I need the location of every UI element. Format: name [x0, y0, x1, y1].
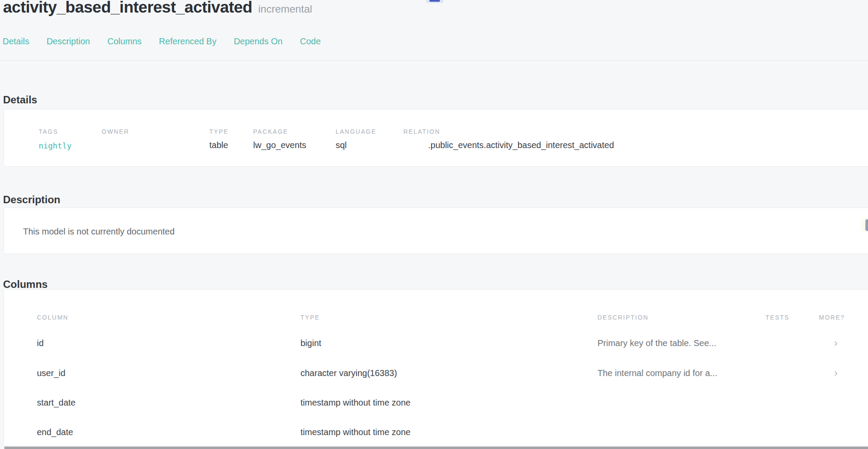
table-row-user-id[interactable]: user_id character varying(16383) The int…	[4, 368, 868, 381]
columns-table-card: COLUMN TYPE DESCRIPTION TESTS MORE? id b…	[3, 289, 868, 449]
chevron-right-icon[interactable]: ›	[834, 337, 838, 349]
tags-value-nightly[interactable]: nightly	[39, 141, 72, 150]
tab-details[interactable]: Details	[3, 36, 29, 46]
relation-label: RELATION	[403, 128, 440, 135]
column-type-cell: bigint	[300, 338, 321, 348]
table-row-end-date[interactable]: end_date timestamp without time zone	[4, 427, 868, 440]
tab-referenced-by[interactable]: Referenced By	[159, 36, 216, 46]
column-header-description: DESCRIPTION	[597, 314, 649, 321]
column-type-cell: timestamp without time zone	[300, 427, 410, 437]
language-label: LANGUAGE	[336, 128, 376, 135]
description-placeholder-text: This model is not currently documented	[23, 227, 175, 237]
owner-label: OWNER	[102, 128, 129, 135]
details-section-heading: Details	[3, 94, 37, 106]
language-value: sql	[336, 140, 347, 150]
tab-columns[interactable]: Columns	[107, 36, 142, 46]
column-name-cell: user_id	[37, 368, 66, 378]
tab-depends-on[interactable]: Depends On	[234, 36, 282, 46]
column-type-cell: timestamp without time zone	[300, 398, 410, 408]
section-nav: Details Description Columns Referenced B…	[3, 36, 321, 46]
columns-section-heading: Columns	[3, 278, 48, 291]
column-desc-cell: Primary key of the table. See...	[597, 338, 716, 348]
tab-code[interactable]: Code	[300, 36, 321, 46]
column-desc-cell: The internal company id for a...	[597, 368, 717, 378]
tab-description[interactable]: Description	[46, 36, 90, 46]
right-edge-clipped-button[interactable]	[865, 219, 868, 231]
package-label: PACKAGE	[253, 128, 288, 135]
column-type-cell: character varying(16383)	[300, 368, 397, 378]
column-name-cell: end_date	[37, 427, 73, 437]
column-header-column: COLUMN	[37, 314, 69, 321]
header-divider	[0, 60, 868, 61]
column-header-tests: TESTS	[766, 314, 789, 321]
column-name-cell: id	[37, 338, 44, 348]
tags-label: TAGS	[39, 128, 58, 135]
type-value: table	[209, 140, 228, 150]
horizontal-scrollbar-thumb[interactable]	[4, 447, 868, 449]
column-name-cell: start_date	[37, 398, 76, 408]
chevron-right-icon[interactable]: ›	[834, 367, 838, 379]
package-value: lw_go_events	[253, 140, 306, 150]
description-section-heading: Description	[3, 194, 60, 206]
description-card: This model is not currently documented	[3, 208, 868, 254]
details-card: TAGS OWNER TYPE PACKAGE LANGUAGE RELATIO…	[3, 109, 868, 167]
table-row-id[interactable]: id bigint Primary key of the table. See.…	[4, 338, 868, 351]
relation-value: .public_events.activity_based_interest_a…	[428, 140, 614, 150]
materialization-badge: incremental	[258, 3, 312, 15]
column-header-more: MORE?	[819, 314, 845, 321]
type-label: TYPE	[209, 128, 229, 135]
top-edge-clipped-element-core	[429, 0, 440, 2]
column-header-type: TYPE	[300, 314, 320, 321]
model-name-title: activity_based_interest_activated	[3, 0, 252, 17]
table-row-start-date[interactable]: start_date timestamp without time zone	[4, 398, 868, 411]
page-title-row: activity_based_interest_activated increm…	[3, 0, 312, 17]
